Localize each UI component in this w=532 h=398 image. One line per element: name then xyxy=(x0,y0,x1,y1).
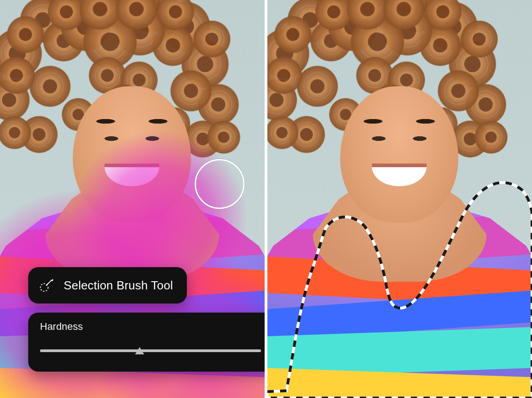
after-panel: .ants { fill: none; stroke-width: 6; str… xyxy=(267,0,532,398)
hardness-slider[interactable] xyxy=(40,340,261,362)
comparison-stage: Selection Brush Tool Hardness xyxy=(0,0,532,398)
hardness-slider-track xyxy=(40,349,261,352)
before-panel: Selection Brush Tool Hardness xyxy=(0,0,265,398)
tool-name-label: Selection Brush Tool xyxy=(64,279,173,293)
portrait-illustration-right xyxy=(267,0,532,398)
selection-brush-tool-chip[interactable]: Selection Brush Tool xyxy=(28,267,187,303)
selection-brush-icon xyxy=(38,277,55,294)
hardness-slider-thumb[interactable] xyxy=(134,346,145,355)
hardness-panel: Hardness xyxy=(28,313,265,372)
hardness-label: Hardness xyxy=(40,321,261,333)
